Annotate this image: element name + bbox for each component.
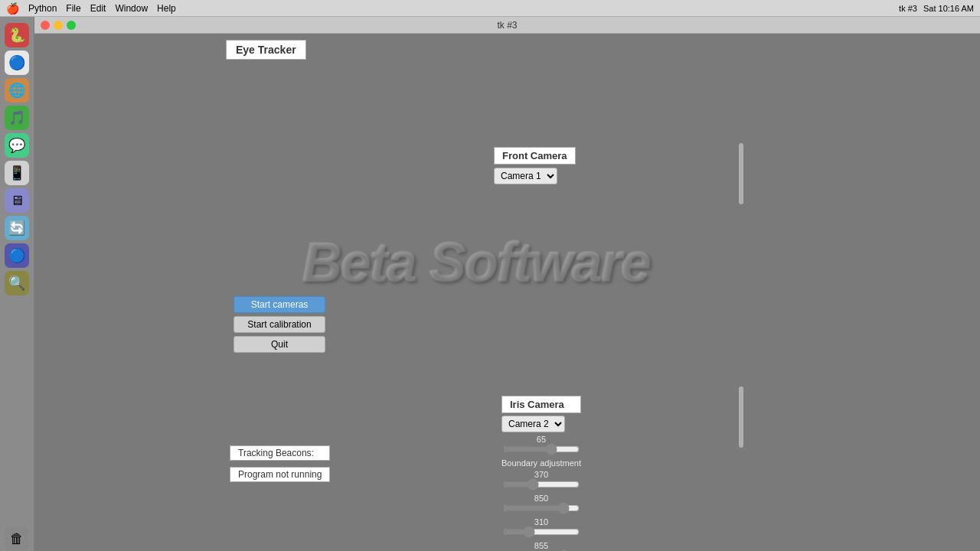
program-status: Program not running (230, 467, 330, 482)
iris-slider-1[interactable] (503, 445, 580, 454)
dock-icon-5[interactable]: 📱 (5, 161, 29, 185)
minimize-button[interactable] (54, 21, 63, 30)
iris-slider-4[interactable] (503, 527, 580, 536)
buttons-area: Start cameras Start calibration Quit (234, 296, 325, 353)
iris-slider-3-group: 850 (501, 494, 581, 515)
dock-icon-1[interactable]: 🔵 (5, 51, 29, 75)
iris-slider-2-container (503, 480, 580, 491)
iris-slider-3[interactable] (503, 504, 580, 513)
tracking-beacons-status: Tracking Beacons: (230, 445, 330, 461)
iris-camera-section: Iris Camera Camera 1 Camera 2 Camera 3 6… (501, 396, 581, 551)
dock-icon-6[interactable]: 🖥 (5, 188, 29, 213)
status-area: Tracking Beacons: Program not running (230, 445, 330, 482)
menubar: 🍎 Python File Edit Window Help tk #3 Sat… (0, 0, 980, 17)
dock-icon-trash[interactable]: 🗑 (5, 527, 29, 551)
app-title: Eye Tracker (226, 40, 306, 60)
dock-icon-8[interactable]: 🔵 (5, 243, 29, 268)
iris-slider-1-container (503, 445, 580, 456)
iris-camera-select-row: Camera 1 Camera 2 Camera 3 (501, 416, 581, 432)
dock-icon-7[interactable]: 🔄 (5, 216, 29, 240)
iris-slider-2[interactable] (503, 480, 580, 489)
menu-python[interactable]: Python (28, 3, 57, 14)
iris-slider-3-container (503, 504, 580, 515)
front-camera-indicator (739, 143, 743, 204)
start-cameras-button[interactable]: Start cameras (234, 296, 325, 313)
window-title-bar: tk #3 (899, 4, 917, 13)
start-calibration-button[interactable]: Start calibration (234, 316, 325, 333)
iris-slider-2-group: 370 (501, 470, 581, 491)
dock-icon-3[interactable]: 🎵 (5, 106, 29, 130)
iris-camera-indicator (739, 386, 743, 448)
window-titlebar: tk #3 (34, 17, 980, 34)
menu-edit[interactable]: Edit (90, 3, 106, 14)
main-content: tk #3 Eye Tracker Beta Software Start ca… (34, 17, 980, 551)
window-controls (41, 21, 76, 30)
iris-slider-5-group: 855 (501, 541, 581, 551)
boundary-adjustment-label: Boundary adjustment (501, 458, 581, 468)
menu-help[interactable]: Help (157, 3, 176, 14)
front-camera-label: Front Camera (494, 147, 576, 165)
dock-icon-4[interactable]: 💬 (5, 133, 29, 158)
maximize-button[interactable] (67, 21, 76, 30)
watermark: Beta Software (302, 231, 650, 294)
dock-icon-0[interactable]: 🐍 (5, 23, 29, 47)
front-camera-select-row: Camera 1 Camera 2 Camera 3 (494, 168, 576, 184)
iris-slider-4-group: 310 (501, 517, 581, 539)
clock: Sat 10:16 AM (923, 4, 974, 13)
iris-camera-label: Iris Camera (501, 396, 581, 413)
menu-window[interactable]: Window (115, 3, 148, 14)
dock: 🐍 🔵 🌐 🎵 💬 📱 🖥 🔄 🔵 🔍 🗑 (0, 17, 34, 551)
iris-slider-1-group: 65 (501, 435, 581, 456)
front-camera-select[interactable]: Camera 1 Camera 2 Camera 3 (494, 168, 557, 184)
iris-camera-select[interactable]: Camera 1 Camera 2 Camera 3 (501, 416, 565, 432)
apple-menu[interactable]: 🍎 (6, 2, 19, 15)
dock-icon-9[interactable]: 🔍 (5, 271, 29, 295)
close-button[interactable] (41, 21, 50, 30)
dock-icon-2[interactable]: 🌐 (5, 78, 29, 103)
front-camera-section: Front Camera Camera 1 Camera 2 Camera 3 (494, 147, 576, 184)
iris-slider-4-container (503, 527, 580, 539)
quit-button[interactable]: Quit (234, 336, 325, 353)
window-title: tk #3 (497, 20, 517, 31)
menu-file[interactable]: File (66, 3, 80, 14)
